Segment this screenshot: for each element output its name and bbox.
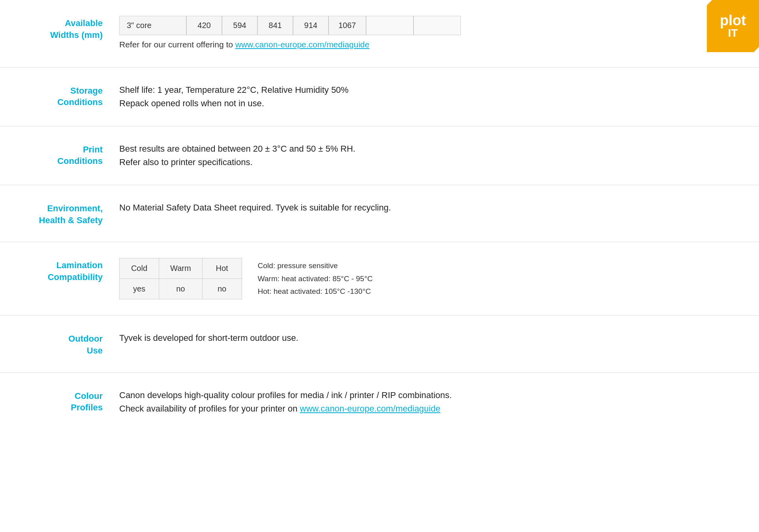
widths-link: Refer for our current offering to www.ca… bbox=[119, 38, 712, 51]
lam-table: Cold Warm Hot yes no no bbox=[119, 258, 242, 299]
outdoor-line1: Tyvek is developed for short-term outdoo… bbox=[119, 331, 712, 345]
content-storage-conditions: Shelf life: 1 year, Temperature 22°C, Re… bbox=[115, 83, 759, 110]
widths-cells: 3" core 420 594 841 914 1067 bbox=[119, 16, 712, 35]
lam-value-warm: no bbox=[159, 279, 203, 299]
logo-container: plot IT bbox=[707, 0, 759, 52]
lam-header-hot: Hot bbox=[202, 258, 242, 279]
width-cell-594: 594 bbox=[222, 16, 257, 35]
lam-header-warm: Warm bbox=[159, 258, 203, 279]
label-print-conditions: Print Conditions bbox=[0, 142, 115, 169]
content-available-widths: 3" core 420 594 841 914 1067 Refer for o… bbox=[115, 16, 759, 51]
lam-note-warm: Warm: heat activated: 85°C - 95°C bbox=[258, 273, 373, 285]
label-line2-outdoor: Use bbox=[87, 346, 103, 355]
lam-header-row: Cold Warm Hot bbox=[120, 258, 242, 279]
width-cell-empty1 bbox=[366, 16, 413, 35]
label-outdoor-use: Outdoor Use bbox=[0, 331, 115, 356]
env-line1: No Material Safety Data Sheet required. … bbox=[119, 201, 712, 214]
content-lamination-compatibility: Cold Warm Hot yes no no Cold: pressure s… bbox=[115, 258, 759, 299]
label-line2-storage: Conditions bbox=[57, 97, 103, 107]
content-print-conditions: Best results are obtained between 20 ± 3… bbox=[115, 142, 759, 169]
label-line1-env: Environment, bbox=[47, 203, 103, 213]
colour-line1: Canon develops high-quality colour profi… bbox=[119, 389, 712, 402]
label-available-widths: Available Widths (mm) bbox=[0, 16, 115, 51]
label-line2-colour: Profiles bbox=[71, 402, 103, 412]
print-line2: Refer also to printer specifications. bbox=[119, 156, 712, 169]
label-colour-profiles: Colour Profiles bbox=[0, 389, 115, 415]
lam-value-cold: yes bbox=[120, 279, 159, 299]
label-line2-print: Conditions bbox=[57, 156, 103, 166]
widths-link-url[interactable]: www.canon-europe.com/mediaguide bbox=[235, 40, 370, 49]
row-colour-profiles: Colour Profiles Canon develops high-qual… bbox=[0, 373, 759, 431]
label-line1-colour: Colour bbox=[75, 391, 103, 401]
widths-link-prefix: Refer for our current offering to bbox=[119, 40, 235, 49]
width-cell-841: 841 bbox=[257, 16, 293, 35]
label-line1-storage: Storage bbox=[70, 86, 103, 96]
colour-link-url[interactable]: www.canon-europe.com/mediaguide bbox=[300, 404, 440, 414]
logo-text-plot: plot bbox=[720, 13, 746, 28]
label-line1-print: Print bbox=[83, 145, 103, 154]
width-cell-420: 420 bbox=[186, 16, 222, 35]
row-print-conditions: Print Conditions Best results are obtain… bbox=[0, 126, 759, 185]
width-cell-914: 914 bbox=[293, 16, 329, 35]
lam-notes: Cold: pressure sensitive Warm: heat acti… bbox=[258, 258, 373, 298]
colour-line2: Check availability of profiles for your … bbox=[119, 402, 712, 415]
label-lamination-compatibility: Lamination Compatibility bbox=[0, 258, 115, 299]
width-cell-empty2 bbox=[413, 16, 461, 35]
content-outdoor-use: Tyvek is developed for short-term outdoo… bbox=[115, 331, 759, 356]
logo-text-it: IT bbox=[728, 28, 738, 39]
label-storage-conditions: Storage Conditions bbox=[0, 83, 115, 110]
row-outdoor-use: Outdoor Use Tyvek is developed for short… bbox=[0, 316, 759, 372]
lam-wrapper: Cold Warm Hot yes no no Cold: pressure s… bbox=[119, 258, 712, 299]
page: plot IT Available Widths (mm) 3" core 42… bbox=[0, 0, 759, 431]
label-line1-lam: Lamination bbox=[56, 260, 103, 270]
content-colour-profiles: Canon develops high-quality colour profi… bbox=[115, 389, 759, 415]
label-environment-health-safety: Environment, Health & Safety bbox=[0, 201, 115, 226]
row-storage-conditions: Storage Conditions Shelf life: 1 year, T… bbox=[0, 68, 759, 126]
label-line1-outdoor: Outdoor bbox=[68, 334, 103, 344]
lam-note-cold: Cold: pressure sensitive bbox=[258, 259, 373, 272]
content-environment-health-safety: No Material Safety Data Sheet required. … bbox=[115, 201, 759, 226]
label-line2-available-widths: Widths (mm) bbox=[50, 30, 103, 40]
print-line1: Best results are obtained between 20 ± 3… bbox=[119, 142, 712, 156]
logo-box: plot IT bbox=[707, 0, 759, 52]
label-line2-lam: Compatibility bbox=[48, 272, 103, 282]
lam-note-hot: Hot: heat activated: 105°C -130°C bbox=[258, 285, 373, 298]
row-available-widths: Available Widths (mm) 3" core 420 594 84… bbox=[0, 0, 759, 68]
width-cell-core: 3" core bbox=[119, 16, 186, 35]
label-line1-available-widths: Available bbox=[65, 18, 103, 28]
storage-line2: Repack opened rolls when not in use. bbox=[119, 97, 712, 110]
lam-value-hot: no bbox=[202, 279, 242, 299]
label-line2-env: Health & Safety bbox=[39, 215, 103, 225]
colour-link-prefix: Check availability of profiles for your … bbox=[119, 404, 300, 414]
row-lamination-compatibility: Lamination Compatibility Cold Warm Hot y… bbox=[0, 242, 759, 316]
width-cell-1067: 1067 bbox=[329, 16, 366, 35]
lam-header-cold: Cold bbox=[120, 258, 159, 279]
lam-value-row: yes no no bbox=[120, 279, 242, 299]
row-environment-health-safety: Environment, Health & Safety No Material… bbox=[0, 185, 759, 242]
storage-line1: Shelf life: 1 year, Temperature 22°C, Re… bbox=[119, 83, 712, 97]
